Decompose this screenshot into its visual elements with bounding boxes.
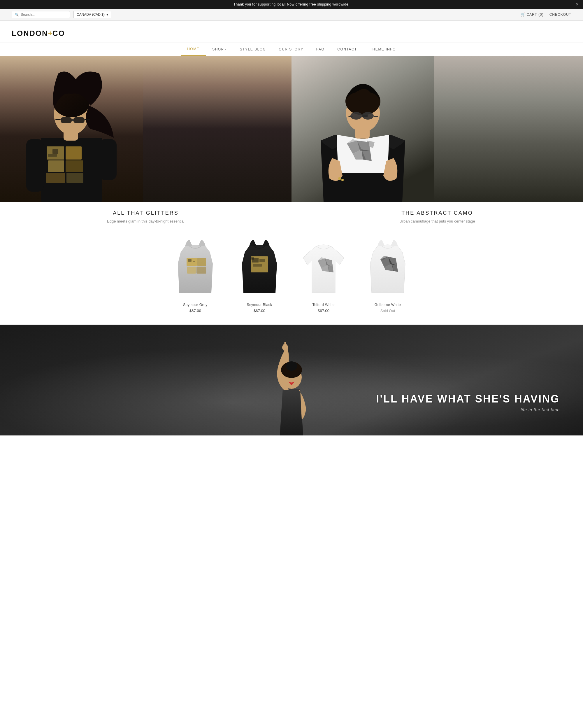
svg-rect-41 xyxy=(187,266,196,274)
hero-left[interactable]: ALL THAT GLITTERS Edge meets glam in thi… xyxy=(0,56,292,226)
svg-rect-43 xyxy=(188,259,192,262)
checkout-label: CHECKOUT xyxy=(550,12,571,17)
svg-rect-36 xyxy=(374,116,378,117)
product-price-seymour-grey: $67.00 xyxy=(190,309,201,313)
svg-rect-2 xyxy=(26,139,44,192)
svg-point-63 xyxy=(282,344,288,351)
cart-label: CART (0) xyxy=(526,12,543,17)
svg-rect-11 xyxy=(53,149,58,154)
nav-label-home: HOME xyxy=(187,47,199,51)
svg-rect-40 xyxy=(197,258,206,266)
svg-rect-49 xyxy=(251,257,254,260)
main-nav: HOME SHOP ▾ STYLE BLOG OUR STORY FAQ CON… xyxy=(0,43,583,56)
hero-section: ALL THAT GLITTERS Edge meets glam in thi… xyxy=(0,56,583,226)
nav-item-theme-info[interactable]: THEME INFO xyxy=(363,43,402,55)
nav-item-faq[interactable]: FAQ xyxy=(310,43,331,55)
svg-rect-48 xyxy=(253,264,262,266)
svg-marker-25 xyxy=(361,149,372,161)
currency-label: CANADA (CAD $) xyxy=(77,12,105,17)
utility-bar: 🔍 CANADA (CAD $) ▾ 🛒 CART (0) CHECKOUT xyxy=(0,9,583,21)
nav-label-shop: SHOP xyxy=(212,47,224,51)
search-icon: 🔍 xyxy=(15,13,19,17)
svg-point-62 xyxy=(286,361,297,371)
svg-point-38 xyxy=(341,179,344,181)
announcement-close-button[interactable]: × xyxy=(576,2,578,7)
hero-left-caption: ALL THAT GLITTERS Edge meets glam in thi… xyxy=(101,202,190,226)
hero-left-image xyxy=(0,56,292,202)
hero-left-title: ALL THAT GLITTERS xyxy=(107,210,185,216)
svg-rect-47 xyxy=(259,259,265,262)
svg-rect-17 xyxy=(74,117,85,123)
hero-right-image xyxy=(292,56,583,202)
product-image-seymour-black xyxy=(232,234,287,299)
golborne-white-image xyxy=(364,237,411,296)
banner-subtext: life in the fast lane xyxy=(376,408,560,412)
cart-link[interactable]: 🛒 CART (0) xyxy=(521,12,544,17)
nav-item-our-story[interactable]: OUR STORY xyxy=(272,43,310,55)
product-price-telford-white: $67.00 xyxy=(318,309,329,313)
nav-label-theme-info: THEME INFO xyxy=(370,47,396,51)
product-item-golborne-white[interactable]: Golborne White Sold Out xyxy=(356,234,420,313)
product-name-golborne-white: Golborne White xyxy=(374,303,401,307)
svg-rect-8 xyxy=(46,173,65,183)
svg-point-37 xyxy=(338,177,341,180)
svg-point-31 xyxy=(357,89,371,102)
nav-label-style-blog: STYLE BLOG xyxy=(240,47,266,51)
svg-rect-12 xyxy=(48,154,57,157)
svg-rect-35 xyxy=(348,116,353,117)
product-item-seymour-grey[interactable]: Seymour Grey $67.00 xyxy=(163,234,227,313)
nav-label-our-story: OUR STORY xyxy=(279,47,303,51)
product-image-telford-white xyxy=(296,234,351,299)
announcement-text: Thank you for supporting local! Now offe… xyxy=(233,2,350,6)
product-grid: Seymour Grey $67.00 xyxy=(0,226,583,324)
product-item-seymour-black[interactable]: Seymour Black $67.00 xyxy=(227,234,292,313)
svg-rect-9 xyxy=(66,173,83,183)
search-input[interactable] xyxy=(21,12,67,17)
checkout-link[interactable]: CHECKOUT xyxy=(550,12,571,17)
currency-chevron-icon: ▾ xyxy=(106,12,108,17)
nav-item-contact[interactable]: CONTACT xyxy=(331,43,363,55)
svg-rect-20 xyxy=(85,119,90,120)
hero-right-title: THE ABSTRACT CAMO xyxy=(399,210,475,216)
product-image-golborne-white xyxy=(360,234,415,299)
svg-rect-18 xyxy=(72,119,74,121)
currency-selector[interactable]: CANADA (CAD $) ▾ xyxy=(74,11,111,18)
cart-icon: 🛒 xyxy=(521,12,525,17)
product-name-seymour-black: Seymour Black xyxy=(247,303,272,307)
hero-right-caption: THE ABSTRACT CAMO Urban camouflage that … xyxy=(393,202,481,226)
product-name-telford-white: Telford White xyxy=(312,303,335,307)
bottom-banner: I'LL HAVE WHAT SHE'S HAVING life in the … xyxy=(0,324,583,436)
banner-figure xyxy=(262,342,321,436)
utility-left: 🔍 CANADA (CAD $) ▾ xyxy=(12,11,111,18)
logo-plus: + xyxy=(48,29,53,37)
product-name-seymour-grey: Seymour Grey xyxy=(183,303,207,307)
cart-checkout-area: 🛒 CART (0) CHECKOUT xyxy=(521,12,571,17)
hero-right-subtitle: Urban camouflage that puts you center st… xyxy=(399,219,475,224)
product-item-telford-white[interactable]: Telford White $67.00 xyxy=(292,234,356,313)
product-price-golborne-white: Sold Out xyxy=(381,309,395,313)
svg-rect-6 xyxy=(48,160,64,172)
announcement-bar: Thank you for supporting local! Now offe… xyxy=(0,0,583,9)
hero-right[interactable]: THE ABSTRACT CAMO Urban camouflage that … xyxy=(292,56,583,226)
nav-item-shop[interactable]: SHOP ▾ xyxy=(206,43,233,55)
seymour-black-image xyxy=(236,237,283,296)
svg-rect-44 xyxy=(193,261,195,262)
nav-item-style-blog[interactable]: STYLE BLOG xyxy=(233,43,273,55)
logo-bar: LONDON+CO xyxy=(0,21,583,43)
nav-label-contact: CONTACT xyxy=(337,47,357,51)
svg-rect-3 xyxy=(99,139,117,180)
svg-rect-5 xyxy=(65,147,82,159)
logo-part2: CO xyxy=(53,29,65,37)
svg-rect-7 xyxy=(65,160,83,172)
svg-rect-19 xyxy=(55,119,61,120)
hero-left-subtitle: Edge meets glam in this day-to-night ess… xyxy=(107,219,185,224)
telford-white-image xyxy=(300,237,347,296)
logo[interactable]: LONDON+CO xyxy=(12,29,65,38)
nav-item-home[interactable]: HOME xyxy=(181,43,206,56)
search-wrap[interactable]: 🔍 xyxy=(12,11,70,18)
svg-rect-16 xyxy=(61,117,72,123)
product-price-seymour-black: $67.00 xyxy=(254,309,265,313)
svg-rect-34 xyxy=(362,115,368,117)
banner-headline: I'LL HAVE WHAT SHE'S HAVING xyxy=(376,393,560,405)
seymour-grey-image xyxy=(172,237,219,296)
